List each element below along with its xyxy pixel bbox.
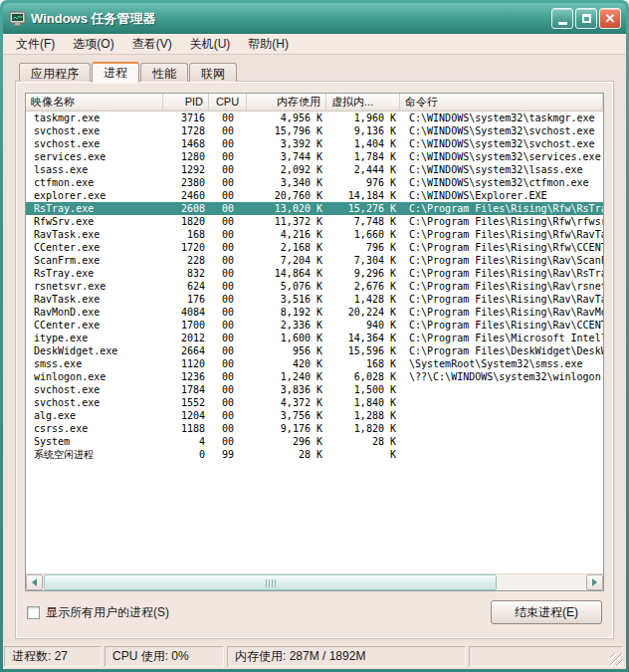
process-rows: taskmgr.exe3716004,956 K1,960 KC:\WINDOW… <box>26 112 603 573</box>
cell-pid: 1784 <box>163 383 209 396</box>
cell-virtual-mem: 14,184 K <box>326 189 400 202</box>
process-list: 映像名称 PID CPU 内存使用 虚拟内... 命令行 taskmgr.exe… <box>25 93 604 591</box>
horizontal-scrollbar[interactable] <box>26 573 603 590</box>
cell-command-line: C:\Program Files\Rising\Rav\CCENTER.E <box>400 319 603 332</box>
close-button[interactable]: ✕ <box>599 8 621 29</box>
list-header: 映像名称 PID CPU 内存使用 虚拟内... 命令行 <box>26 94 603 112</box>
table-row[interactable]: RsTray.exe8320014,864 K9,296 KC:\Program… <box>26 267 603 280</box>
cell-mem-usage: 3,392 K <box>247 137 326 150</box>
table-row[interactable]: itype.exe2012001,600 K14,364 KC:\Program… <box>26 332 603 344</box>
cell-virtual-mem: 7,748 K <box>326 215 400 228</box>
table-row[interactable]: explorer.exe24600020,760 K14,184 KC:\WIN… <box>26 189 603 202</box>
cell-pid: 2012 <box>163 332 209 344</box>
cell-image-name: svchost.exe <box>26 396 163 409</box>
cell-image-name: ctfmon.exe <box>26 176 163 189</box>
cell-command-line: C:\Program Files\Microsoft IntelliTyp <box>400 332 603 344</box>
cell-image-name: RfwSrv.exe <box>26 215 163 228</box>
cell-command-line <box>400 422 603 435</box>
table-row[interactable]: taskmgr.exe3716004,956 K1,960 KC:\WINDOW… <box>26 112 603 124</box>
column-header-virtual-mem[interactable]: 虚拟内... <box>326 94 400 112</box>
scrollbar-thumb[interactable] <box>44 574 497 590</box>
menu-options[interactable]: 选项(O) <box>64 34 122 55</box>
table-row[interactable]: svchost.exe1784003,836 K1,500 K <box>26 383 603 396</box>
cell-mem-usage: 20,760 K <box>247 189 326 202</box>
cell-command-line: \SystemRoot\System32\smss.exe <box>400 357 603 370</box>
column-header-mem-usage[interactable]: 内存使用 <box>247 94 326 112</box>
resize-grip[interactable] <box>610 653 623 666</box>
cell-cpu: 00 <box>209 228 247 241</box>
cell-command-line: C:\Program Files\Rising\Rav\RavTask.e <box>400 293 603 306</box>
table-row[interactable]: svchost.exe1552004,372 K1,840 K <box>26 396 603 409</box>
cell-mem-usage: 28 K <box>247 448 326 461</box>
table-row[interactable]: svchost.exe17280015,796 K9,136 KC:\WINDO… <box>26 124 603 137</box>
cell-command-line <box>400 383 603 396</box>
cell-virtual-mem: 940 K <box>326 319 400 332</box>
table-row[interactable]: svchost.exe1468003,392 K1,404 KC:\WINDOW… <box>26 137 603 150</box>
cell-virtual-mem: 9,296 K <box>326 267 400 280</box>
menu-help[interactable]: 帮助(H) <box>239 34 298 55</box>
table-row[interactable]: RsTray.exe26080013,020 K15,276 KC:\Progr… <box>26 202 603 215</box>
table-row[interactable]: lsass.exe1292002,092 K2,444 KC:\WINDOWS\… <box>26 163 603 176</box>
table-row[interactable]: RavTask.exe168004,216 K1,660 KC:\Program… <box>26 228 603 241</box>
tab-processes[interactable]: 进程 <box>92 62 139 83</box>
table-row[interactable]: smss.exe112000420 K168 K\SystemRoot\Syst… <box>26 357 603 370</box>
table-row[interactable]: services.exe1280003,744 K1,784 KC:\WINDO… <box>26 150 603 163</box>
table-row[interactable]: System400296 K28 K <box>26 435 603 448</box>
tab-applications[interactable]: 应用程序 <box>19 63 91 82</box>
cell-virtual-mem: 6,028 K <box>326 370 400 383</box>
cell-cpu: 00 <box>209 409 247 422</box>
tab-performance[interactable]: 性能 <box>140 63 188 82</box>
end-process-button[interactable]: 结束进程(E) <box>491 600 602 624</box>
cell-pid: 228 <box>163 254 209 267</box>
cell-virtual-mem: 14,364 K <box>326 332 400 344</box>
column-header-cpu[interactable]: CPU <box>209 94 247 112</box>
cell-virtual-mem: 7,304 K <box>326 254 400 267</box>
cell-image-name: ScanFrm.exe <box>26 254 163 267</box>
table-row[interactable]: CCenter.exe1700002,336 K940 KC:\Program … <box>26 319 603 332</box>
cell-image-name: explorer.exe <box>26 189 163 202</box>
column-header-image-name[interactable]: 映像名称 <box>26 94 163 112</box>
cell-image-name: CCenter.exe <box>26 319 163 332</box>
cell-mem-usage: 296 K <box>247 435 326 448</box>
menu-view[interactable]: 查看(V) <box>123 34 181 55</box>
table-row[interactable]: alg.exe1204003,756 K1,288 K <box>26 409 603 422</box>
maximize-button[interactable] <box>575 8 597 29</box>
cell-command-line: C:\Program Files\Rising\Rfw\CCENTER.E <box>400 241 603 254</box>
table-row[interactable]: RavMonD.exe4084008,192 K20,224 KC:\Progr… <box>26 306 603 319</box>
tab-networking[interactable]: 联网 <box>189 63 237 82</box>
minimize-button[interactable] <box>551 8 573 29</box>
show-all-users-checkbox[interactable] <box>27 606 40 619</box>
cell-mem-usage: 2,092 K <box>247 163 326 176</box>
table-row[interactable]: RfwSrv.exe18200011,372 K7,748 KC:\Progra… <box>26 215 603 228</box>
scroll-right-button[interactable] <box>586 574 603 590</box>
cell-command-line: C:\Program Files\Rising\Rav\RsTray.ex <box>400 267 603 280</box>
title-bar[interactable]: Windows 任务管理器 ✕ <box>3 3 626 34</box>
cell-image-name: RsTray.exe <box>26 202 163 215</box>
cell-cpu: 00 <box>209 293 247 306</box>
table-row[interactable]: DeskWidget.exe266400956 K15,596 KC:\Prog… <box>26 344 603 357</box>
cell-cpu: 00 <box>209 332 247 344</box>
table-row[interactable]: ctfmon.exe2380003,340 K976 KC:\WINDOWS\s… <box>26 176 603 189</box>
cell-pid: 2460 <box>163 189 209 202</box>
table-row[interactable]: rsnetsvr.exe624005,076 K2,676 KC:\Progra… <box>26 280 603 293</box>
scroll-left-button[interactable] <box>26 574 43 590</box>
table-row[interactable]: CCenter.exe1720002,168 K796 KC:\Program … <box>26 241 603 254</box>
menu-file[interactable]: 文件(F) <box>7 34 64 55</box>
cell-command-line: C:\WINDOWS\system32\lsass.exe <box>400 163 603 176</box>
show-all-users-option[interactable]: 显示所有用户的进程(S) <box>27 604 169 621</box>
cell-image-name: 系统空闲进程 <box>26 448 163 461</box>
cell-command-line <box>400 448 603 461</box>
column-header-command-line[interactable]: 命令行 <box>400 94 603 112</box>
column-header-pid[interactable]: PID <box>163 94 209 112</box>
cell-pid: 176 <box>163 293 209 306</box>
cell-image-name: svchost.exe <box>26 383 163 396</box>
table-row[interactable]: csrss.exe1188009,176 K1,820 K <box>26 422 603 435</box>
table-row[interactable]: winlogon.exe1236001,240 K6,028 K\??\C:\W… <box>26 370 603 383</box>
cell-command-line <box>400 435 603 448</box>
table-row[interactable]: RavTask.exe176003,516 K1,428 KC:\Program… <box>26 293 603 306</box>
table-row[interactable]: ScanFrm.exe228007,204 K7,304 KC:\Program… <box>26 254 603 267</box>
menu-shutdown[interactable]: 关机(U) <box>181 34 240 55</box>
cell-mem-usage: 5,076 K <box>247 280 326 293</box>
table-row[interactable]: 系统空闲进程09928 KK <box>26 448 603 461</box>
cell-mem-usage: 7,204 K <box>247 254 326 267</box>
